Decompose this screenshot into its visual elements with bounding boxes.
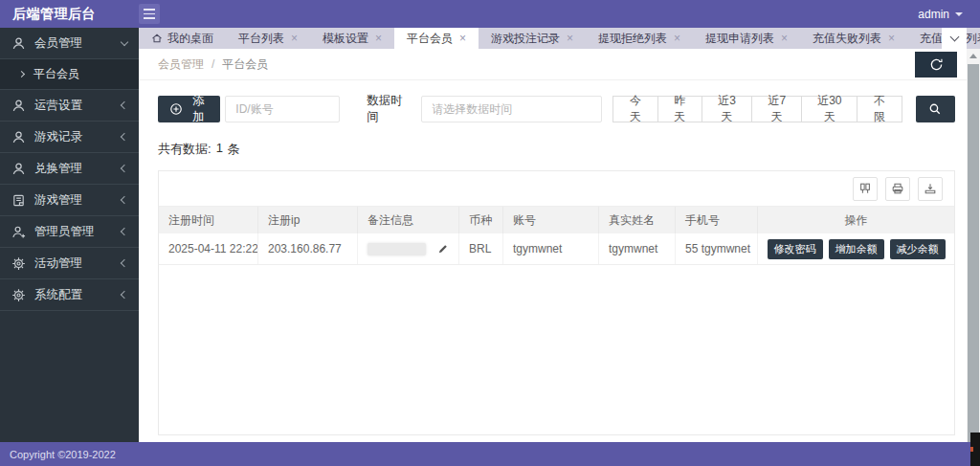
quick-30days-button[interactable]: 近30天 (801, 96, 858, 122)
col-header-phone[interactable]: 手机号 (676, 207, 758, 233)
add-balance-button[interactable]: 增加余额 (829, 239, 884, 259)
scrollbar-thumb[interactable] (968, 64, 979, 442)
cell-actions: 修改密码 增加余额 减少余额 (758, 233, 954, 264)
tab-overflow-button[interactable] (942, 28, 967, 49)
close-icon[interactable]: × (375, 33, 382, 44)
col-header-currency[interactable]: 币种 (459, 207, 503, 233)
tab-label: 充值失败列表 (813, 31, 881, 47)
table-card: 注册时间 注册ip 备注信息 币种 账号 真实姓名 手机号 操作 2025-04… (158, 170, 955, 435)
tab-withdraw-rejected-list[interactable]: 提现拒绝列表 × (586, 28, 693, 49)
col-header-real-name[interactable]: 真实姓名 (599, 207, 676, 233)
sidebar-item-system-config[interactable]: 系统配置 (0, 279, 139, 311)
refresh-icon (929, 57, 944, 72)
quick-today-button[interactable]: 今天 (612, 96, 657, 122)
vertical-scrollbar[interactable] (967, 49, 980, 442)
content-area: 添加 数据时间 今天 昨天 近3天 近7天 近30天 不限 共有数据: 1 条 (139, 81, 980, 442)
breadcrumb-section[interactable]: 会员管理 (158, 56, 204, 73)
col-header-remark[interactable]: 备注信息 (358, 207, 459, 233)
chevron-left-icon (121, 133, 128, 141)
sidebar-item-admin-management[interactable]: 管理员管理 (0, 216, 139, 248)
search-icon (928, 102, 942, 116)
col-header-reg-ip[interactable]: 注册ip (258, 207, 358, 233)
caret-down-icon (955, 12, 963, 16)
close-icon[interactable]: × (674, 33, 680, 44)
printer-icon (891, 182, 904, 195)
close-icon[interactable]: × (459, 33, 466, 44)
record-count-label: 共有数据: (158, 141, 212, 158)
sidebar-item-operations-settings[interactable]: 运营设置 (0, 90, 139, 122)
subtract-balance-button[interactable]: 减少余额 (890, 239, 946, 259)
id-account-input[interactable] (225, 96, 340, 122)
user-icon (11, 36, 26, 51)
date-label: 数据时间 (367, 93, 412, 125)
chevron-left-icon (121, 291, 128, 299)
sidebar-item-game-management[interactable]: 游戏管理 (0, 185, 139, 216)
close-icon[interactable]: × (888, 33, 895, 44)
search-button[interactable] (916, 96, 955, 122)
sidebar-item-label: 游戏记录 (34, 129, 122, 145)
breadcrumb-current: 平台会员 (222, 56, 268, 73)
record-count-value: 1 (216, 141, 223, 158)
gear-icon (11, 256, 26, 271)
sidebar-item-label: 兑换管理 (34, 161, 122, 177)
chevron-down-icon (949, 33, 959, 42)
sidebar: 会员管理 平台会员 运营设置 游戏记录 兑换管理 游戏管理 (0, 28, 139, 442)
chevron-left-icon (121, 196, 128, 204)
cell-account: tgymwnet (503, 233, 599, 264)
scroll-up-icon[interactable] (969, 54, 977, 58)
user-icon (11, 162, 26, 176)
columns-filter-button[interactable] (853, 177, 878, 201)
sidebar-item-game-records[interactable]: 游戏记录 (0, 122, 139, 153)
close-icon[interactable]: × (781, 33, 788, 44)
add-button[interactable]: 添加 (158, 96, 220, 122)
tab-template-settings[interactable]: 模板设置 × (310, 28, 394, 49)
close-icon[interactable]: × (567, 33, 573, 44)
hamburger-menu-icon[interactable] (139, 4, 160, 24)
sidebar-item-label: 系统配置 (34, 287, 122, 303)
filter-row: 添加 数据时间 今天 昨天 近3天 近7天 近30天 不限 (158, 93, 955, 125)
book-icon (11, 193, 26, 208)
quick-3days-button[interactable]: 近3天 (702, 96, 752, 122)
chevron-left-icon (121, 259, 128, 267)
refresh-button[interactable] (915, 52, 957, 78)
tab-my-desktop[interactable]: 我的桌面 (139, 28, 226, 49)
tab-platform-list[interactable]: 平台列表 × (226, 28, 310, 49)
browser-scrollbar-corner[interactable] (970, 433, 980, 466)
close-icon[interactable]: × (291, 33, 298, 44)
scroll-marker (970, 447, 973, 452)
tab-withdraw-request-list[interactable]: 提现申请列表 × (693, 28, 800, 49)
print-button[interactable] (885, 177, 910, 201)
quick-yesterday-button[interactable]: 昨天 (657, 96, 702, 122)
user-icon (11, 99, 26, 113)
admin-user-icon (11, 225, 26, 239)
user-dropdown[interactable]: admin (918, 8, 980, 21)
tab-game-bet-records[interactable]: 游戏投注记录 × (479, 28, 586, 49)
sidebar-item-label: 游戏管理 (34, 192, 122, 209)
sidebar-item-member-management[interactable]: 会员管理 (0, 28, 139, 59)
tab-platform-members[interactable]: 平台会员 × (394, 28, 479, 49)
footer-bar: Copyright ©2019-2022 (0, 442, 980, 466)
sidebar-item-activity-management[interactable]: 活动管理 (0, 248, 139, 279)
quick-7days-button[interactable]: 近7天 (751, 96, 802, 122)
breadcrumb-bar: 会员管理 / 平台会员 (139, 49, 980, 80)
main-area: 我的桌面 平台列表 × 模板设置 × 平台会员 × 游戏投注记录 × 提现拒绝列… (139, 28, 980, 442)
date-range-input[interactable] (421, 96, 602, 122)
gear-icon (11, 288, 26, 302)
change-password-button[interactable]: 修改密码 (768, 239, 823, 259)
col-header-account[interactable]: 账号 (503, 207, 599, 233)
username: admin (918, 8, 949, 21)
record-count-unit: 条 (228, 141, 240, 158)
tab-recharge-failed-list[interactable]: 充值失败列表 × (800, 28, 907, 49)
sidebar-item-platform-members[interactable]: 平台会员 (0, 59, 139, 90)
export-button[interactable] (918, 177, 943, 201)
col-header-reg-time[interactable]: 注册时间 (159, 207, 258, 233)
quick-unlimited-button[interactable]: 不限 (857, 96, 902, 122)
cell-phone: 55 tgymwnet (676, 233, 758, 264)
add-button-label: 添加 (188, 93, 209, 125)
sidebar-item-label: 运营设置 (34, 98, 122, 114)
breadcrumb-separator: / (212, 57, 214, 71)
user-icon (11, 130, 26, 144)
sidebar-item-label: 活动管理 (34, 255, 122, 272)
edit-pencil-icon[interactable] (437, 243, 449, 255)
sidebar-item-exchange-management[interactable]: 兑换管理 (0, 153, 139, 185)
